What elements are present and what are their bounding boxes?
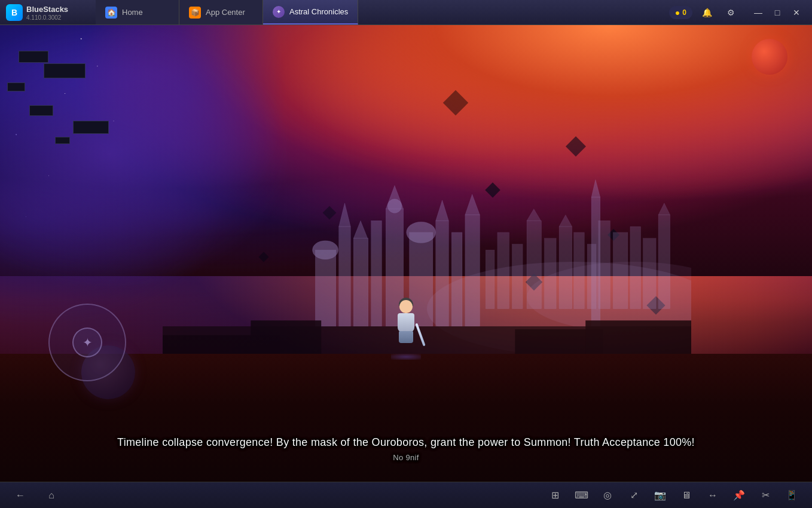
svg-rect-28 bbox=[435, 221, 448, 326]
game-area[interactable]: ✦ Timeline collapse convergence! By the … bbox=[0, 25, 812, 482]
bluestacks-name: BlueStacks bbox=[26, 5, 68, 14]
keyboard-button[interactable]: ⌨ bbox=[570, 485, 592, 506]
dialogue-sublabel: No 9nif bbox=[81, 452, 731, 464]
astral-tab-icon: ✦ bbox=[273, 6, 285, 18]
scale-button[interactable]: ↔ bbox=[702, 485, 724, 506]
svg-marker-26 bbox=[353, 221, 368, 238]
points-icon: ● bbox=[675, 8, 680, 17]
svg-marker-17 bbox=[658, 203, 670, 215]
maximize-button[interactable]: □ bbox=[769, 4, 786, 21]
tab-bar: 🏠 Home 📦 App Center ✦ Astral Chronicles bbox=[96, 0, 662, 25]
svg-marker-24 bbox=[338, 203, 350, 227]
svg-rect-2 bbox=[486, 250, 494, 309]
points-value: 0 bbox=[682, 8, 686, 17]
notification-button[interactable]: 🔔 bbox=[697, 4, 716, 21]
dialogue-text: Timeline collapse convergence! By the ma… bbox=[81, 434, 731, 451]
tab-home[interactable]: 🏠 Home bbox=[96, 0, 179, 25]
character-armor bbox=[398, 313, 414, 332]
character-body bbox=[388, 300, 424, 354]
astral-tab-label: Astral Chronicles bbox=[289, 7, 348, 16]
taskbar-left: ← ⌂ bbox=[10, 485, 62, 506]
cursor-button[interactable]: ⤢ bbox=[623, 485, 645, 506]
svg-marker-36 bbox=[591, 180, 600, 197]
pixel-block bbox=[73, 121, 109, 134]
points-display: ● 0 bbox=[669, 6, 692, 19]
svg-point-34 bbox=[312, 241, 338, 259]
svg-rect-14 bbox=[630, 227, 640, 309]
svg-rect-27 bbox=[371, 221, 381, 326]
red-planet bbox=[752, 39, 787, 75]
joystick-star-icon: ✦ bbox=[83, 335, 93, 350]
dialogue-box: Timeline collapse convergence! By the ma… bbox=[81, 434, 731, 464]
cut-button[interactable]: ✂ bbox=[755, 485, 776, 506]
svg-marker-6 bbox=[527, 209, 541, 221]
back-button[interactable]: ← bbox=[10, 485, 31, 506]
mobile-button[interactable]: 📱 bbox=[781, 485, 802, 506]
titlebar-right: ● 0 🔔 ⚙ — □ ✕ bbox=[662, 4, 812, 21]
app-switcher-button[interactable]: ⊞ bbox=[544, 485, 566, 506]
svg-rect-13 bbox=[613, 232, 628, 309]
pixel-block bbox=[55, 137, 70, 144]
close-button[interactable]: ✕ bbox=[788, 4, 805, 21]
joystick[interactable]: ✦ bbox=[48, 304, 126, 381]
svg-rect-23 bbox=[338, 227, 350, 326]
titlebar: B BlueStacks 4.110.0.3002 🏠 Home 📦 App C… bbox=[0, 0, 812, 25]
appcenter-tab-icon: 📦 bbox=[189, 7, 201, 19]
appcenter-tab-label: App Center bbox=[206, 8, 245, 17]
svg-marker-29 bbox=[435, 200, 448, 221]
svg-rect-33 bbox=[315, 250, 335, 327]
svg-rect-4 bbox=[512, 244, 523, 309]
dpi-button[interactable]: ◎ bbox=[597, 485, 618, 506]
home-tab-label: Home bbox=[122, 8, 143, 17]
svg-rect-25 bbox=[353, 238, 368, 326]
game-character bbox=[388, 300, 424, 354]
svg-marker-32 bbox=[465, 194, 480, 215]
location-button[interactable]: 📌 bbox=[728, 485, 750, 506]
bluestacks-logo: B BlueStacks 4.110.0.3002 bbox=[0, 4, 96, 21]
svg-rect-7 bbox=[544, 238, 556, 309]
window-controls: — □ ✕ bbox=[750, 4, 805, 21]
bluestacks-icon: B bbox=[6, 4, 23, 21]
taskbar: ← ⌂ ⊞ ⌨ ◎ ⤢ 📷 🖥 ↔ 📌 ✂ 📱 bbox=[0, 482, 812, 508]
pixel-block bbox=[19, 51, 48, 63]
pixel-block bbox=[29, 105, 53, 116]
svg-point-22 bbox=[406, 222, 435, 243]
home-tab-icon: 🏠 bbox=[105, 7, 117, 19]
svg-rect-10 bbox=[573, 232, 584, 309]
tab-appcenter[interactable]: 📦 App Center bbox=[179, 0, 263, 25]
bluestacks-version: 4.110.0.3002 bbox=[26, 14, 68, 21]
tab-astral-chronicles[interactable]: ✦ Astral Chronicles bbox=[263, 0, 358, 25]
svg-rect-30 bbox=[451, 232, 462, 326]
svg-rect-3 bbox=[497, 232, 509, 309]
svg-rect-8 bbox=[559, 227, 572, 309]
svg-marker-9 bbox=[559, 215, 572, 227]
taskbar-right: ⊞ ⌨ ◎ ⤢ 📷 🖥 ↔ 📌 ✂ 📱 bbox=[544, 485, 802, 506]
minimize-button[interactable]: — bbox=[750, 4, 767, 21]
svg-rect-35 bbox=[591, 197, 600, 326]
character-legs bbox=[399, 331, 413, 343]
svg-rect-15 bbox=[643, 238, 656, 309]
screen-button[interactable]: 🖥 bbox=[676, 485, 697, 506]
pixel-block bbox=[44, 63, 86, 78]
svg-point-20 bbox=[387, 199, 402, 213]
svg-rect-16 bbox=[658, 215, 670, 309]
character-glow bbox=[391, 354, 421, 360]
city-skyline bbox=[163, 162, 691, 368]
svg-rect-5 bbox=[527, 221, 542, 308]
joystick-inner: ✦ bbox=[72, 328, 102, 357]
svg-rect-31 bbox=[465, 215, 480, 327]
camera-button[interactable]: 📷 bbox=[649, 485, 671, 506]
bluestacks-info: BlueStacks 4.110.0.3002 bbox=[26, 4, 68, 21]
settings-button[interactable]: ⚙ bbox=[721, 4, 740, 21]
home-button[interactable]: ⌂ bbox=[41, 485, 62, 506]
character-head bbox=[399, 300, 413, 313]
pixel-block bbox=[7, 82, 25, 91]
